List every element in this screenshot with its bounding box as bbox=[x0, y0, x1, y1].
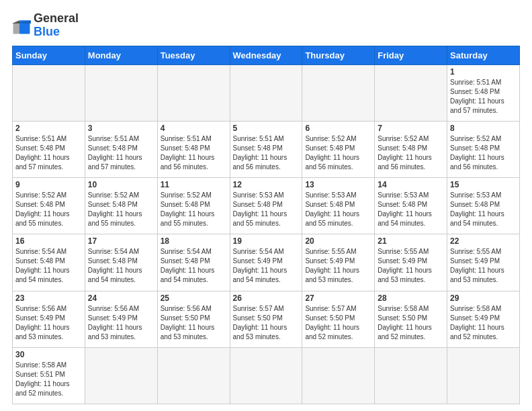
week-row-2: 2Sunrise: 5:51 AMSunset: 5:48 PMDaylight… bbox=[13, 121, 520, 177]
day-info: Sunrise: 5:52 AMSunset: 5:48 PMDaylight:… bbox=[450, 134, 517, 172]
calendar-cell: 18Sunrise: 5:54 AMSunset: 5:48 PMDayligh… bbox=[157, 234, 230, 291]
calendar-cell: 21Sunrise: 5:55 AMSunset: 5:49 PMDayligh… bbox=[375, 234, 447, 291]
day-info: Sunrise: 5:52 AMSunset: 5:48 PMDaylight:… bbox=[161, 191, 227, 228]
calendar-cell bbox=[13, 64, 85, 121]
col-wednesday: Wednesday bbox=[230, 46, 302, 64]
calendar-cell: 7Sunrise: 5:52 AMSunset: 5:48 PMDaylight… bbox=[375, 121, 447, 177]
week-row-1: 1Sunrise: 5:51 AMSunset: 5:48 PMDaylight… bbox=[13, 64, 520, 121]
calendar-cell bbox=[230, 347, 302, 404]
day-info: Sunrise: 5:54 AMSunset: 5:49 PMDaylight:… bbox=[233, 247, 300, 285]
day-info: Sunrise: 5:51 AMSunset: 5:48 PMDaylight:… bbox=[161, 134, 227, 172]
day-info: Sunrise: 5:57 AMSunset: 5:50 PMDaylight:… bbox=[305, 304, 371, 342]
day-info: Sunrise: 5:54 AMSunset: 5:48 PMDaylight:… bbox=[88, 247, 154, 285]
calendar-page: GeneralBlue Sunday Monday Tuesday Wednes… bbox=[0, 0, 532, 411]
calendar-cell: 17Sunrise: 5:54 AMSunset: 5:48 PMDayligh… bbox=[85, 234, 157, 291]
day-info: Sunrise: 5:52 AMSunset: 5:48 PMDaylight:… bbox=[378, 134, 444, 172]
day-info: Sunrise: 5:55 AMSunset: 5:49 PMDaylight:… bbox=[378, 247, 444, 285]
day-number: 14 bbox=[378, 180, 444, 189]
day-number: 23 bbox=[15, 293, 82, 303]
col-saturday: Saturday bbox=[447, 46, 520, 64]
calendar-cell: 5Sunrise: 5:51 AMSunset: 5:48 PMDaylight… bbox=[230, 121, 302, 177]
svg-rect-1 bbox=[13, 24, 19, 34]
day-info: Sunrise: 5:52 AMSunset: 5:48 PMDaylight:… bbox=[88, 191, 154, 228]
day-info: Sunrise: 5:53 AMSunset: 5:48 PMDaylight:… bbox=[305, 191, 371, 228]
general-blue-logo-icon bbox=[12, 16, 31, 35]
calendar-cell bbox=[157, 347, 230, 404]
day-number: 19 bbox=[233, 236, 300, 246]
day-info: Sunrise: 5:56 AMSunset: 5:49 PMDaylight:… bbox=[88, 304, 154, 342]
day-number: 11 bbox=[161, 180, 227, 189]
day-number: 21 bbox=[378, 236, 444, 246]
col-thursday: Thursday bbox=[302, 46, 375, 64]
weekday-header-row: Sunday Monday Tuesday Wednesday Thursday… bbox=[13, 46, 520, 64]
col-friday: Friday bbox=[375, 46, 447, 64]
calendar-cell: 1Sunrise: 5:51 AMSunset: 5:48 PMDaylight… bbox=[447, 64, 520, 121]
calendar-cell: 16Sunrise: 5:54 AMSunset: 5:48 PMDayligh… bbox=[13, 234, 85, 291]
day-info: Sunrise: 5:51 AMSunset: 5:48 PMDaylight:… bbox=[450, 78, 517, 116]
day-number: 4 bbox=[161, 124, 227, 133]
day-number: 24 bbox=[88, 293, 154, 303]
calendar-cell: 3Sunrise: 5:51 AMSunset: 5:48 PMDaylight… bbox=[85, 121, 157, 177]
day-number: 5 bbox=[233, 124, 300, 133]
calendar-cell: 14Sunrise: 5:53 AMSunset: 5:48 PMDayligh… bbox=[375, 178, 447, 234]
calendar-cell: 19Sunrise: 5:54 AMSunset: 5:49 PMDayligh… bbox=[230, 234, 302, 291]
day-info: Sunrise: 5:51 AMSunset: 5:48 PMDaylight:… bbox=[88, 134, 154, 172]
day-number: 2 bbox=[15, 124, 82, 133]
day-number: 1 bbox=[450, 67, 517, 77]
logo-text-block: GeneralBlue bbox=[34, 12, 79, 39]
day-number: 10 bbox=[88, 180, 154, 189]
day-info: Sunrise: 5:57 AMSunset: 5:50 PMDaylight:… bbox=[233, 304, 300, 342]
day-number: 30 bbox=[15, 350, 82, 359]
day-info: Sunrise: 5:58 AMSunset: 5:51 PMDaylight:… bbox=[15, 361, 82, 398]
day-info: Sunrise: 5:51 AMSunset: 5:48 PMDaylight:… bbox=[233, 134, 300, 172]
day-number: 6 bbox=[305, 124, 371, 133]
header: GeneralBlue bbox=[12, 12, 520, 39]
calendar-cell: 28Sunrise: 5:58 AMSunset: 5:50 PMDayligh… bbox=[375, 291, 447, 347]
logo: GeneralBlue bbox=[12, 12, 79, 39]
week-row-3: 9Sunrise: 5:52 AMSunset: 5:48 PMDaylight… bbox=[13, 178, 520, 234]
day-number: 25 bbox=[161, 293, 227, 303]
calendar-cell: 30Sunrise: 5:58 AMSunset: 5:51 PMDayligh… bbox=[13, 347, 85, 404]
day-info: Sunrise: 5:54 AMSunset: 5:48 PMDaylight:… bbox=[15, 247, 82, 285]
day-number: 3 bbox=[88, 124, 154, 133]
day-info: Sunrise: 5:56 AMSunset: 5:49 PMDaylight:… bbox=[15, 304, 82, 342]
calendar-table: Sunday Monday Tuesday Wednesday Thursday… bbox=[12, 46, 520, 404]
day-number: 28 bbox=[378, 293, 444, 303]
calendar-cell bbox=[302, 64, 375, 121]
day-number: 9 bbox=[15, 180, 82, 189]
week-row-6: 30Sunrise: 5:58 AMSunset: 5:51 PMDayligh… bbox=[13, 347, 520, 404]
calendar-cell bbox=[157, 64, 230, 121]
calendar-cell: 24Sunrise: 5:56 AMSunset: 5:49 PMDayligh… bbox=[85, 291, 157, 347]
calendar-cell: 29Sunrise: 5:58 AMSunset: 5:49 PMDayligh… bbox=[447, 291, 520, 347]
day-info: Sunrise: 5:52 AMSunset: 5:48 PMDaylight:… bbox=[15, 191, 82, 228]
calendar-cell: 25Sunrise: 5:56 AMSunset: 5:50 PMDayligh… bbox=[157, 291, 230, 347]
day-info: Sunrise: 5:53 AMSunset: 5:48 PMDaylight:… bbox=[450, 191, 517, 228]
calendar-cell: 27Sunrise: 5:57 AMSunset: 5:50 PMDayligh… bbox=[302, 291, 375, 347]
day-info: Sunrise: 5:53 AMSunset: 5:48 PMDaylight:… bbox=[233, 191, 300, 228]
day-info: Sunrise: 5:53 AMSunset: 5:48 PMDaylight:… bbox=[378, 191, 444, 228]
day-number: 7 bbox=[378, 124, 444, 133]
day-number: 29 bbox=[450, 293, 517, 303]
day-info: Sunrise: 5:55 AMSunset: 5:49 PMDaylight:… bbox=[450, 247, 517, 285]
calendar-cell bbox=[85, 347, 157, 404]
week-row-4: 16Sunrise: 5:54 AMSunset: 5:48 PMDayligh… bbox=[13, 234, 520, 291]
week-row-5: 23Sunrise: 5:56 AMSunset: 5:49 PMDayligh… bbox=[13, 291, 520, 347]
col-sunday: Sunday bbox=[13, 46, 85, 64]
calendar-cell bbox=[302, 347, 375, 404]
col-tuesday: Tuesday bbox=[157, 46, 230, 64]
calendar-cell: 12Sunrise: 5:53 AMSunset: 5:48 PMDayligh… bbox=[230, 178, 302, 234]
calendar-cell: 23Sunrise: 5:56 AMSunset: 5:49 PMDayligh… bbox=[13, 291, 85, 347]
day-number: 22 bbox=[450, 236, 517, 246]
calendar-cell: 4Sunrise: 5:51 AMSunset: 5:48 PMDaylight… bbox=[157, 121, 230, 177]
day-number: 13 bbox=[305, 180, 371, 189]
day-info: Sunrise: 5:52 AMSunset: 5:48 PMDaylight:… bbox=[305, 134, 371, 172]
calendar-cell bbox=[230, 64, 302, 121]
day-info: Sunrise: 5:58 AMSunset: 5:49 PMDaylight:… bbox=[450, 304, 517, 342]
day-number: 26 bbox=[233, 293, 300, 303]
day-number: 16 bbox=[15, 236, 82, 246]
calendar-cell bbox=[375, 64, 447, 121]
day-number: 12 bbox=[233, 180, 300, 189]
calendar-cell bbox=[85, 64, 157, 121]
calendar-cell: 11Sunrise: 5:52 AMSunset: 5:48 PMDayligh… bbox=[157, 178, 230, 234]
day-info: Sunrise: 5:55 AMSunset: 5:49 PMDaylight:… bbox=[305, 247, 371, 285]
